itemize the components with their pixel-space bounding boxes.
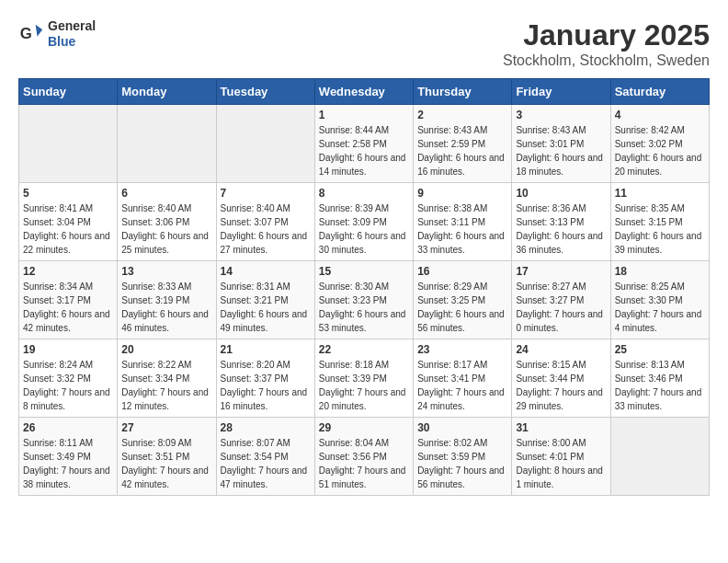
svg-text:G: G — [20, 24, 32, 41]
calendar-body: 1 Sunrise: 8:44 AMSunset: 2:58 PMDayligh… — [19, 105, 710, 496]
day-info: Sunrise: 8:30 AMSunset: 3:23 PMDaylight:… — [319, 280, 409, 335]
day-cell: 21 Sunrise: 8:20 AMSunset: 3:37 PMDaylig… — [216, 339, 314, 418]
day-cell: 7 Sunrise: 8:40 AMSunset: 3:07 PMDayligh… — [216, 183, 314, 261]
day-info: Sunrise: 8:17 AMSunset: 3:41 PMDaylight:… — [417, 358, 507, 413]
day-cell: 17 Sunrise: 8:27 AMSunset: 3:27 PMDaylig… — [512, 261, 610, 339]
day-info: Sunrise: 8:39 AMSunset: 3:09 PMDaylight:… — [319, 201, 409, 257]
day-info: Sunrise: 8:40 AMSunset: 3:07 PMDaylight:… — [221, 201, 311, 257]
week-row-4: 19 Sunrise: 8:24 AMSunset: 3:32 PMDaylig… — [19, 339, 710, 418]
week-row-1: 1 Sunrise: 8:44 AMSunset: 2:58 PMDayligh… — [19, 105, 710, 183]
header-sunday: Sunday — [19, 79, 118, 105]
calendar-title: January 2025 — [503, 18, 710, 52]
day-info: Sunrise: 8:44 AMSunset: 2:58 PMDaylight:… — [319, 123, 409, 178]
day-info: Sunrise: 8:25 AMSunset: 3:30 PMDaylight:… — [615, 280, 705, 335]
header-saturday: Saturday — [610, 79, 709, 105]
week-row-3: 12 Sunrise: 8:34 AMSunset: 3:17 PMDaylig… — [19, 261, 710, 339]
day-cell: 30 Sunrise: 8:02 AMSunset: 3:59 PMDaylig… — [414, 418, 512, 496]
day-cell: 20 Sunrise: 8:22 AMSunset: 3:34 PMDaylig… — [118, 339, 216, 418]
day-cell: 16 Sunrise: 8:29 AMSunset: 3:25 PMDaylig… — [414, 261, 512, 339]
day-cell: 23 Sunrise: 8:17 AMSunset: 3:41 PMDaylig… — [414, 339, 512, 418]
day-number: 13 — [121, 265, 211, 278]
day-info: Sunrise: 8:13 AMSunset: 3:46 PMDaylight:… — [615, 358, 705, 413]
day-number: 16 — [417, 265, 507, 278]
day-number: 22 — [319, 343, 409, 356]
day-cell: 1 Sunrise: 8:44 AMSunset: 2:58 PMDayligh… — [314, 105, 413, 183]
day-number: 2 — [417, 109, 507, 121]
day-number: 12 — [23, 265, 113, 278]
day-info: Sunrise: 8:43 AMSunset: 2:59 PMDaylight:… — [417, 123, 507, 178]
logo-icon: G — [18, 21, 44, 47]
day-number: 14 — [221, 265, 311, 278]
day-number: 3 — [516, 109, 606, 121]
day-cell: 15 Sunrise: 8:30 AMSunset: 3:23 PMDaylig… — [314, 261, 413, 339]
day-info: Sunrise: 8:35 AMSunset: 3:15 PMDaylight:… — [615, 201, 705, 257]
day-cell — [19, 105, 118, 183]
day-info: Sunrise: 8:24 AMSunset: 3:32 PMDaylight:… — [23, 358, 113, 413]
day-number: 29 — [319, 421, 409, 434]
day-number: 19 — [23, 343, 113, 356]
day-cell: 29 Sunrise: 8:04 AMSunset: 3:56 PMDaylig… — [314, 418, 413, 496]
day-number: 5 — [23, 187, 113, 200]
day-number: 15 — [319, 265, 409, 278]
day-cell — [118, 105, 216, 183]
day-number: 1 — [319, 109, 409, 121]
day-cell: 4 Sunrise: 8:42 AMSunset: 3:02 PMDayligh… — [610, 105, 709, 183]
logo-text: General Blue — [48, 18, 96, 50]
day-cell: 19 Sunrise: 8:24 AMSunset: 3:32 PMDaylig… — [19, 339, 118, 418]
calendar-subtitle: Stockholm, Stockholm, Sweden — [503, 52, 710, 69]
day-number: 9 — [417, 187, 507, 200]
day-number: 6 — [121, 187, 211, 200]
day-cell: 27 Sunrise: 8:09 AMSunset: 3:51 PMDaylig… — [118, 418, 216, 496]
logo-line1: General — [48, 18, 96, 34]
day-cell: 9 Sunrise: 8:38 AMSunset: 3:11 PMDayligh… — [414, 183, 512, 261]
day-cell: 25 Sunrise: 8:13 AMSunset: 3:46 PMDaylig… — [610, 339, 709, 418]
header-thursday: Thursday — [414, 79, 512, 105]
day-info: Sunrise: 8:41 AMSunset: 3:04 PMDaylight:… — [23, 201, 113, 257]
day-number: 10 — [516, 187, 606, 200]
day-number: 7 — [221, 187, 311, 200]
header-friday: Friday — [512, 79, 610, 105]
day-info: Sunrise: 8:20 AMSunset: 3:37 PMDaylight:… — [221, 358, 311, 413]
day-cell: 24 Sunrise: 8:15 AMSunset: 3:44 PMDaylig… — [512, 339, 610, 418]
calendar-table: Sunday Monday Tuesday Wednesday Thursday… — [18, 78, 710, 496]
day-info: Sunrise: 8:40 AMSunset: 3:06 PMDaylight:… — [121, 201, 211, 257]
day-cell: 2 Sunrise: 8:43 AMSunset: 2:59 PMDayligh… — [414, 105, 512, 183]
day-cell: 5 Sunrise: 8:41 AMSunset: 3:04 PMDayligh… — [19, 183, 118, 261]
day-info: Sunrise: 8:09 AMSunset: 3:51 PMDaylight:… — [121, 436, 211, 491]
day-number: 20 — [121, 343, 211, 356]
day-cell: 11 Sunrise: 8:35 AMSunset: 3:15 PMDaylig… — [610, 183, 709, 261]
header-monday: Monday — [118, 79, 216, 105]
header-tuesday: Tuesday — [216, 79, 314, 105]
day-cell: 10 Sunrise: 8:36 AMSunset: 3:13 PMDaylig… — [512, 183, 610, 261]
day-number: 11 — [615, 187, 705, 200]
day-cell: 13 Sunrise: 8:33 AMSunset: 3:19 PMDaylig… — [118, 261, 216, 339]
day-info: Sunrise: 8:38 AMSunset: 3:11 PMDaylight:… — [417, 201, 507, 257]
day-info: Sunrise: 8:29 AMSunset: 3:25 PMDaylight:… — [417, 280, 507, 335]
svg-marker-1 — [36, 25, 42, 37]
day-cell: 3 Sunrise: 8:43 AMSunset: 3:01 PMDayligh… — [512, 105, 610, 183]
day-cell: 28 Sunrise: 8:07 AMSunset: 3:54 PMDaylig… — [216, 418, 314, 496]
day-info: Sunrise: 8:34 AMSunset: 3:17 PMDaylight:… — [23, 280, 113, 335]
day-info: Sunrise: 8:00 AMSunset: 4:01 PMDaylight:… — [516, 436, 606, 491]
day-info: Sunrise: 8:04 AMSunset: 3:56 PMDaylight:… — [319, 436, 409, 491]
header-row: Sunday Monday Tuesday Wednesday Thursday… — [19, 79, 710, 105]
week-row-2: 5 Sunrise: 8:41 AMSunset: 3:04 PMDayligh… — [19, 183, 710, 261]
page-header: G General Blue January 2025 Stockholm, S… — [18, 18, 710, 69]
day-info: Sunrise: 8:27 AMSunset: 3:27 PMDaylight:… — [516, 280, 606, 335]
day-number: 28 — [221, 421, 311, 434]
day-number: 31 — [516, 421, 606, 434]
day-cell — [610, 418, 709, 496]
day-number: 4 — [615, 109, 705, 121]
day-info: Sunrise: 8:33 AMSunset: 3:19 PMDaylight:… — [121, 280, 211, 335]
day-number: 24 — [516, 343, 606, 356]
day-cell — [216, 105, 314, 183]
day-info: Sunrise: 8:02 AMSunset: 3:59 PMDaylight:… — [417, 436, 507, 491]
day-number: 21 — [221, 343, 311, 356]
title-section: January 2025 Stockholm, Stockholm, Swede… — [503, 18, 710, 69]
day-number: 27 — [121, 421, 211, 434]
day-cell: 18 Sunrise: 8:25 AMSunset: 3:30 PMDaylig… — [610, 261, 709, 339]
day-number: 30 — [417, 421, 507, 434]
day-info: Sunrise: 8:07 AMSunset: 3:54 PMDaylight:… — [221, 436, 311, 491]
day-info: Sunrise: 8:15 AMSunset: 3:44 PMDaylight:… — [516, 358, 606, 413]
day-cell: 12 Sunrise: 8:34 AMSunset: 3:17 PMDaylig… — [19, 261, 118, 339]
